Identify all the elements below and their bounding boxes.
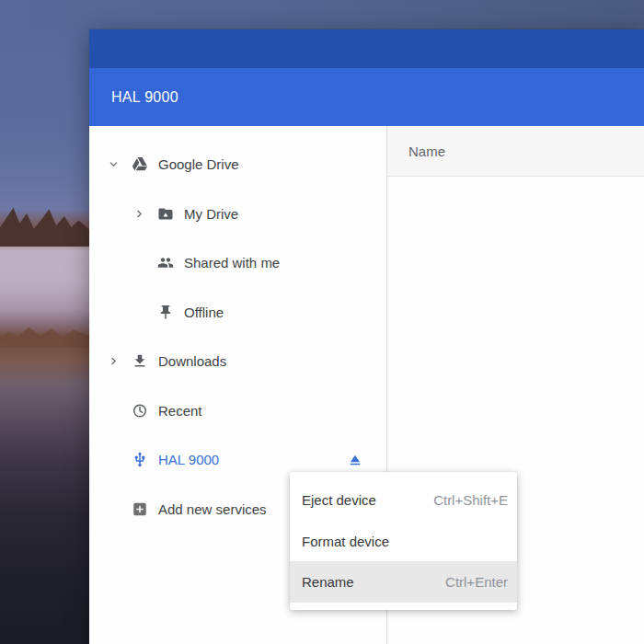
google-drive-icon	[132, 155, 148, 174]
column-header-name[interactable]: Name	[408, 144, 445, 159]
usb-icon	[132, 451, 148, 469]
drive-folder-icon	[157, 204, 174, 223]
menu-item-shortcut: Ctrl+Enter	[445, 574, 508, 590]
sidebar-item-downloads[interactable]: Downloads	[89, 337, 386, 386]
menu-item-label: Eject device	[302, 492, 376, 508]
clock-icon	[132, 401, 148, 420]
download-icon	[132, 352, 148, 371]
column-header-row: Name	[387, 126, 644, 177]
sidebar-item-label: Recent	[158, 403, 202, 419]
sidebar-item-offline[interactable]: Offline	[89, 288, 386, 338]
people-icon	[157, 254, 174, 272]
pin-icon	[157, 303, 174, 321]
wallpaper-sky	[0, 0, 644, 30]
sidebar-item-shared-with-me[interactable]: Shared with me	[89, 238, 386, 288]
menu-item-label: Rename	[302, 574, 354, 590]
chevron-down-icon[interactable]	[102, 154, 124, 176]
chevron-spacer	[128, 252, 150, 274]
screen: HAL 9000 Google Drive My Drive Shared wi…	[0, 0, 644, 644]
chevron-right-icon[interactable]	[128, 202, 150, 224]
sidebar-item-label: My Drive	[184, 206, 238, 222]
plus-square-icon	[132, 500, 148, 518]
sidebar-item-label: Offline	[184, 305, 224, 320]
sidebar-item-recent[interactable]: Recent	[89, 386, 386, 436]
context-menu-item-eject-device[interactable]: Eject device Ctrl+Shift+E	[290, 479, 517, 521]
wallpaper-rock-band	[0, 320, 89, 348]
sidebar-item-label: Add new services	[158, 501, 267, 517]
wallpaper-mountain-ridge	[0, 204, 89, 247]
app-header: HAL 9000	[89, 68, 644, 126]
context-menu-item-format-device[interactable]: Format device	[290, 521, 517, 562]
chevron-right-icon[interactable]	[102, 351, 124, 373]
chevron-spacer	[128, 301, 150, 323]
sidebar-item-google-drive[interactable]: Google Drive	[89, 140, 386, 190]
sidebar-item-label: Downloads	[158, 353, 226, 369]
menu-item-shortcut: Ctrl+Shift+E	[433, 492, 508, 508]
menu-item-label: Format device	[302, 534, 389, 549]
eject-button[interactable]	[347, 452, 363, 468]
chevron-spacer	[102, 449, 124, 471]
context-menu: Eject device Ctrl+Shift+E Format device …	[290, 472, 517, 610]
sidebar-item-label: Shared with me	[184, 255, 280, 270]
eject-icon	[347, 452, 363, 468]
window-titlebar[interactable]	[89, 29, 644, 68]
sidebar-item-label: HAL 9000	[158, 452, 219, 467]
window-title: HAL 9000	[111, 89, 178, 106]
chevron-spacer	[102, 399, 124, 421]
sidebar-item-my-drive[interactable]: My Drive	[89, 190, 386, 239]
sidebar-item-label: Google Drive	[158, 156, 239, 172]
chevron-spacer	[102, 498, 124, 520]
context-menu-item-rename[interactable]: Rename Ctrl+Enter	[290, 561, 517, 603]
